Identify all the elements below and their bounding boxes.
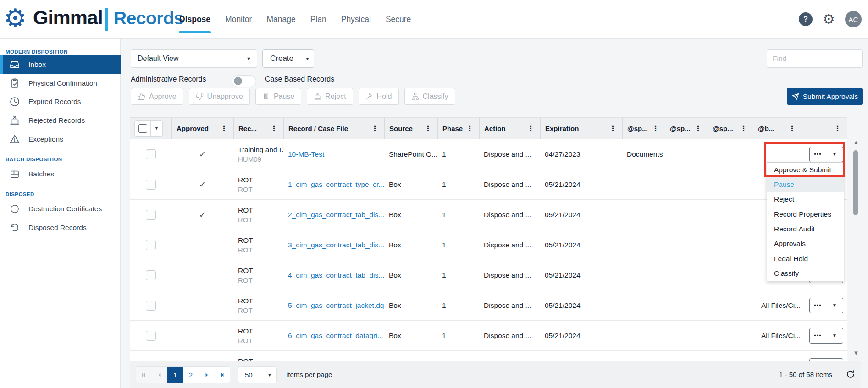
column-menu-kebab-icon[interactable]: ⋮ <box>527 124 535 133</box>
row-checkbox[interactable] <box>146 301 156 311</box>
records-type-toggle[interactable] <box>232 75 256 87</box>
column-menu-kebab-icon[interactable]: ⋮ <box>220 124 228 133</box>
approve-button[interactable]: Approve <box>131 88 183 105</box>
sidebar-item-rejected-records[interactable]: Rejected Records <box>0 111 121 130</box>
create-dropdown-arrow[interactable]: ▼ <box>301 50 314 67</box>
nav-tab-dispose[interactable]: Dispose <box>179 2 211 37</box>
classify-button[interactable]: Classify <box>404 88 455 105</box>
column-menu-kebab-icon[interactable]: ⋮ <box>424 124 432 133</box>
column-menu-kebab-icon[interactable]: ⋮ <box>788 124 796 133</box>
row-more-button[interactable]: ••• <box>810 298 826 313</box>
pager-prev-button[interactable] <box>152 367 167 383</box>
pager-next-button[interactable] <box>199 367 214 383</box>
cell-source <box>384 351 437 361</box>
column-header-approved[interactable]: Approved⋮ <box>171 118 233 139</box>
hold-button[interactable]: Hold <box>359 88 399 105</box>
record-link[interactable]: 5_cim_gas_contract_jacket.dql <box>288 301 384 310</box>
nav-tab-physical[interactable]: Physical <box>341 2 371 37</box>
row-more-button[interactable]: ••• <box>810 328 826 343</box>
menu-item-pause[interactable]: Pause <box>767 177 844 192</box>
find-input[interactable] <box>767 49 863 68</box>
column-menu-kebab-icon[interactable]: ⋮ <box>609 124 617 133</box>
column-header-sp[interactable]: @sp...⋮ <box>708 118 753 139</box>
select-dropdown-arrow[interactable]: ▼ <box>150 121 162 136</box>
menu-item-reject[interactable]: Reject <box>767 192 844 207</box>
column-header-sp[interactable]: @sp...⋮ <box>665 118 708 139</box>
clock-icon <box>9 96 20 107</box>
menu-item-classify[interactable]: Classify <box>767 266 844 281</box>
row-checkbox[interactable] <box>146 240 156 250</box>
row-dropdown-button[interactable]: ▼ <box>826 328 843 343</box>
column-header-action[interactable]: Action⋮ <box>479 118 540 139</box>
help-button[interactable]: ? <box>799 12 813 26</box>
row-dropdown-button[interactable]: ▼ <box>826 298 843 313</box>
sidebar-item-inbox[interactable]: Inbox <box>0 55 121 74</box>
column-menu-kebab-icon[interactable]: ⋮ <box>740 124 747 133</box>
pager-last-button[interactable] <box>214 367 230 383</box>
record-link[interactable]: 1_cim_gas_contract_type_cr... <box>288 180 384 189</box>
cell-phase: 1 <box>437 139 479 169</box>
vertical-scrollbar-thumb[interactable] <box>853 150 858 215</box>
menu-item-record-audit[interactable]: Record Audit <box>767 222 844 236</box>
column-header-b[interactable]: @b...⋮ <box>753 118 802 139</box>
record-link[interactable]: 10-MB-Test <box>288 150 324 158</box>
nav-tab-secure[interactable]: Secure <box>385 2 411 37</box>
sidebar-item-destruction-certificates[interactable]: Destruction Certificates <box>0 200 121 218</box>
settings-gear-icon[interactable]: ⚙ <box>823 12 835 26</box>
scroll-down-arrow[interactable]: ▼ <box>852 349 860 357</box>
column-header-sp[interactable]: @sp...⋮ <box>622 118 665 139</box>
column-header-expiration[interactable]: Expiration⋮ <box>540 118 622 139</box>
column-menu-kebab-icon[interactable]: ⋮ <box>652 124 659 133</box>
row-checkbox[interactable] <box>146 180 156 190</box>
sidebar-item-physical-confirmation[interactable]: Physical Confirmation <box>0 74 121 93</box>
sidebar-item-expired-records[interactable]: Expired Records <box>0 93 121 111</box>
column-menu-kebab-icon[interactable]: ⋮ <box>466 124 474 133</box>
reject-button[interactable]: Reject <box>307 88 353 105</box>
record-link[interactable]: 2_cim_gas_contract_tab_dis... <box>288 211 384 219</box>
column-menu-kebab-icon[interactable]: ⋮ <box>694 124 702 133</box>
menu-item-legal-hold[interactable]: Legal Hold <box>767 251 844 266</box>
row-checkbox[interactable] <box>146 210 156 220</box>
sidebar-item-exceptions[interactable]: Exceptions <box>0 130 121 148</box>
pager-first-button[interactable] <box>136 367 152 383</box>
select-all-control[interactable]: ▼ <box>134 120 163 137</box>
unapprove-button[interactable]: Unapprove <box>189 88 250 105</box>
pause-button[interactable]: Pause <box>255 88 301 105</box>
menu-item-record-properties[interactable]: Record Properties <box>767 207 844 222</box>
column-header-phase[interactable]: Phase⋮ <box>437 118 479 139</box>
nav-tab-manage[interactable]: Manage <box>266 2 296 37</box>
nav-tab-monitor[interactable]: Monitor <box>225 2 252 37</box>
column-menu-kebab-icon[interactable]: ⋮ <box>371 124 379 133</box>
column-header-rec[interactable]: Rec...⋮ <box>233 118 283 139</box>
row-checkbox[interactable] <box>146 270 156 280</box>
create-button[interactable]: Create <box>263 50 301 67</box>
nav-tab-plan[interactable]: Plan <box>310 2 327 37</box>
select-all-checkbox[interactable] <box>135 121 150 136</box>
record-link[interactable]: 4_cim_gas_contract_tab_dis... <box>288 271 384 279</box>
record-link[interactable]: 3_cim_gas_contract_tab_dis... <box>288 241 384 249</box>
grid-body: ✓Training and DHUM0910-MB-TestSharePoint… <box>130 139 847 361</box>
menu-item-approvals[interactable]: Approvals <box>767 236 844 251</box>
row-checkbox[interactable] <box>146 331 156 341</box>
view-select[interactable]: Default View ▼ <box>131 49 257 68</box>
pager-page-2[interactable]: 2 <box>183 367 199 383</box>
column-menu-kebab-icon[interactable]: ⋮ <box>270 124 278 133</box>
row-checkbox[interactable] <box>146 149 156 159</box>
column-header-label: Record / Case File <box>288 125 348 132</box>
sidebar-item-label: Physical Confirmation <box>28 79 97 87</box>
submit-approvals-button[interactable]: Submit Approvals <box>787 88 863 105</box>
column-header-actions[interactable]: ⋮ <box>802 118 847 139</box>
column-menu-kebab-icon[interactable]: ⋮ <box>834 124 841 133</box>
pager-page-1[interactable]: 1 <box>167 367 183 383</box>
record-class-code: ROT <box>238 245 253 255</box>
sidebar-item-disposed-records[interactable]: Disposed Records <box>0 219 121 237</box>
approved-check-icon: ✓ <box>199 180 206 190</box>
record-link[interactable]: 6_cim_gas_contract_datagri... <box>288 332 383 340</box>
refresh-button[interactable] <box>846 369 856 379</box>
avatar[interactable]: AC <box>845 11 862 27</box>
sidebar-item-batches[interactable]: Batches <box>0 165 121 183</box>
column-header-source[interactable]: Source⋮ <box>384 118 437 139</box>
column-header-record-case-file[interactable]: Record / Case File⋮ <box>283 118 384 139</box>
page-size-select[interactable]: 50 ▼ <box>238 366 277 383</box>
scroll-up-arrow[interactable]: ▲ <box>852 138 860 147</box>
